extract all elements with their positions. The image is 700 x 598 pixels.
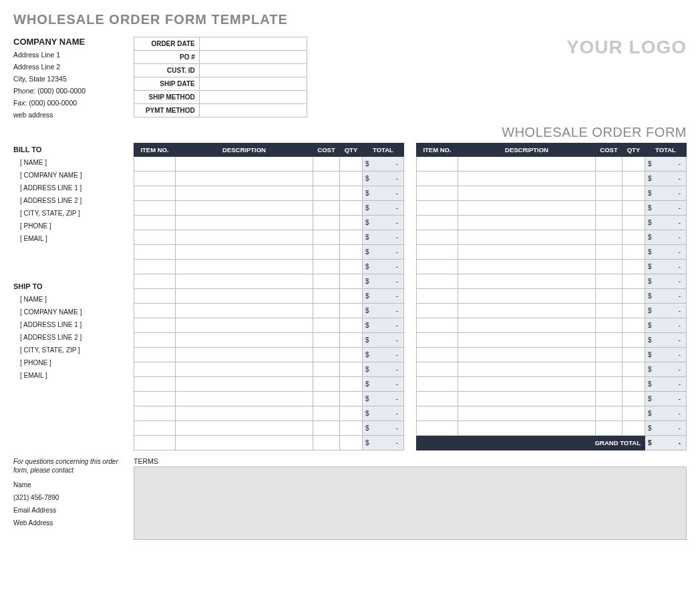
cell-item-no[interactable] — [134, 274, 176, 289]
cell-qty[interactable] — [340, 318, 363, 333]
cell-qty[interactable] — [340, 436, 363, 451]
cell-cost[interactable] — [596, 201, 623, 216]
cell-item-no[interactable] — [134, 406, 176, 421]
cell-cost[interactable] — [313, 274, 340, 289]
cell-cost[interactable] — [596, 274, 623, 289]
cell-item-no[interactable] — [134, 333, 176, 348]
cell-qty[interactable] — [623, 406, 645, 421]
cell-cost[interactable] — [596, 260, 623, 274]
cell-cost[interactable] — [596, 377, 623, 392]
cell-qty[interactable] — [340, 216, 363, 230]
bill-to-field[interactable]: [ COMPANY NAME ] — [13, 172, 127, 179]
cell-description[interactable] — [176, 260, 313, 274]
cell-item-no[interactable] — [417, 172, 458, 186]
cell-description[interactable] — [458, 230, 596, 245]
meta-value-cust-id[interactable] — [199, 64, 307, 77]
cell-cost[interactable] — [596, 421, 623, 436]
cell-item-no[interactable] — [417, 318, 458, 333]
cell-item-no[interactable] — [134, 186, 176, 201]
ship-to-field[interactable]: [ CITY, STATE, ZIP ] — [13, 346, 127, 354]
cell-item-no[interactable] — [417, 377, 458, 392]
cell-description[interactable] — [458, 274, 596, 289]
cell-qty[interactable] — [623, 392, 645, 406]
cell-qty[interactable] — [623, 201, 645, 216]
terms-textarea[interactable] — [134, 467, 687, 540]
meta-value-ship-method[interactable] — [199, 91, 307, 104]
cell-cost[interactable] — [313, 230, 340, 245]
cell-qty[interactable] — [623, 377, 645, 392]
cell-qty[interactable] — [340, 172, 363, 186]
cell-cost[interactable] — [596, 172, 623, 186]
cell-description[interactable] — [176, 172, 313, 186]
cell-description[interactable] — [176, 318, 313, 333]
cell-qty[interactable] — [623, 274, 645, 289]
cell-description[interactable] — [176, 333, 313, 348]
cell-item-no[interactable] — [417, 289, 458, 304]
cell-cost[interactable] — [313, 436, 340, 451]
cell-item-no[interactable] — [417, 186, 458, 201]
bill-to-field[interactable]: [ ADDRESS LINE 1 ] — [13, 184, 127, 192]
cell-item-no[interactable] — [134, 318, 176, 333]
cell-qty[interactable] — [340, 157, 363, 172]
cell-qty[interactable] — [340, 289, 363, 304]
cell-item-no[interactable] — [417, 392, 458, 406]
ship-to-field[interactable]: [ PHONE ] — [13, 359, 127, 366]
cell-qty[interactable] — [623, 157, 645, 172]
cell-cost[interactable] — [313, 216, 340, 230]
cell-item-no[interactable] — [134, 421, 176, 436]
cell-description[interactable] — [458, 289, 596, 304]
ship-to-field[interactable]: [ ADDRESS LINE 2 ] — [13, 334, 127, 341]
cell-cost[interactable] — [596, 245, 623, 260]
cell-cost[interactable] — [596, 392, 623, 406]
cell-cost[interactable] — [313, 304, 340, 318]
meta-value-pymt-method[interactable] — [199, 104, 307, 117]
cell-qty[interactable] — [623, 172, 645, 186]
cell-cost[interactable] — [313, 201, 340, 216]
cell-item-no[interactable] — [417, 157, 458, 172]
cell-description[interactable] — [176, 186, 313, 201]
cell-qty[interactable] — [340, 260, 363, 274]
cell-qty[interactable] — [623, 216, 645, 230]
cell-cost[interactable] — [313, 289, 340, 304]
cell-item-no[interactable] — [417, 304, 458, 318]
cell-description[interactable] — [176, 348, 313, 362]
cell-qty[interactable] — [623, 260, 645, 274]
cell-item-no[interactable] — [134, 230, 176, 245]
cell-item-no[interactable] — [134, 362, 176, 377]
cell-item-no[interactable] — [417, 216, 458, 230]
cell-description[interactable] — [176, 230, 313, 245]
cell-description[interactable] — [458, 260, 596, 274]
cell-cost[interactable] — [313, 260, 340, 274]
cell-item-no[interactable] — [134, 348, 176, 362]
cell-cost[interactable] — [313, 421, 340, 436]
cell-item-no[interactable] — [417, 201, 458, 216]
cell-qty[interactable] — [340, 392, 363, 406]
cell-cost[interactable] — [596, 318, 623, 333]
cell-qty[interactable] — [340, 421, 363, 436]
cell-qty[interactable] — [623, 289, 645, 304]
bill-to-field[interactable]: [ EMAIL ] — [13, 235, 127, 242]
cell-cost[interactable] — [596, 406, 623, 421]
cell-description[interactable] — [458, 172, 596, 186]
cell-description[interactable] — [458, 201, 596, 216]
cell-item-no[interactable] — [134, 289, 176, 304]
cell-qty[interactable] — [340, 406, 363, 421]
cell-item-no[interactable] — [134, 157, 176, 172]
cell-description[interactable] — [176, 392, 313, 406]
bill-to-field[interactable]: [ NAME ] — [13, 159, 127, 166]
cell-cost[interactable] — [313, 318, 340, 333]
cell-cost[interactable] — [313, 348, 340, 362]
cell-description[interactable] — [176, 362, 313, 377]
cell-description[interactable] — [458, 406, 596, 421]
cell-item-no[interactable] — [134, 392, 176, 406]
bill-to-field[interactable]: [ CITY, STATE, ZIP ] — [13, 210, 127, 217]
cell-qty[interactable] — [623, 304, 645, 318]
cell-cost[interactable] — [313, 172, 340, 186]
cell-qty[interactable] — [623, 318, 645, 333]
cell-cost[interactable] — [596, 333, 623, 348]
cell-item-no[interactable] — [417, 245, 458, 260]
cell-description[interactable] — [458, 377, 596, 392]
cell-cost[interactable] — [596, 216, 623, 230]
cell-qty[interactable] — [340, 201, 363, 216]
cell-description[interactable] — [176, 304, 313, 318]
